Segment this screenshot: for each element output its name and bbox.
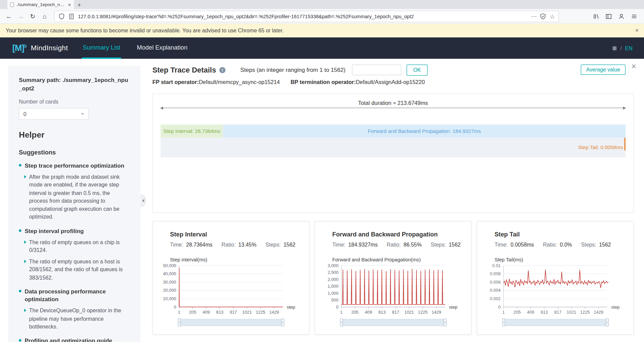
- stat-value: 86.55%: [403, 242, 422, 248]
- bookmark-star-icon[interactable]: ☆: [550, 13, 555, 20]
- step-interval-card: Step Interval Time:28.7364ms Ratio:13.45…: [152, 221, 309, 335]
- y-axis-title: Forward and Backward Propagation(ms): [332, 257, 421, 263]
- toolbar-right-icons: [593, 13, 638, 20]
- fbp-chart[interactable]: 05001,0001,5002,0002,5003,00012054096138…: [320, 263, 466, 317]
- language-switch[interactable]: EN: [625, 45, 633, 51]
- browser-tab[interactable]: ./summary_1epoch_npu_opt2 ×: [7, 0, 74, 9]
- svg-text:step: step: [287, 305, 295, 310]
- card-stats: Time:184.9327ms Ratio:86.55% Steps:1562: [332, 242, 471, 248]
- datazoom-right-handle[interactable]: [606, 319, 609, 326]
- segment-label: Forward and Backward Propagation: 184.93…: [368, 128, 481, 134]
- svg-text:step: step: [449, 305, 457, 310]
- forward-button[interactable]: →: [15, 11, 26, 22]
- section-item: After the praph mode and dataset sink mo…: [29, 173, 130, 221]
- apps-grid-icon[interactable]: ▦: [612, 45, 617, 51]
- url-text[interactable]: 127.0.0.1:8081/#/profiling/step-trace?id…: [78, 13, 528, 19]
- step-tail-card: Step Tail Time:0.0058ms Ratio:0.0% Steps…: [477, 221, 634, 335]
- section-title: Step trace performance optimization: [25, 162, 124, 170]
- datazoom-slider[interactable]: [503, 319, 607, 326]
- svg-text:0.01: 0.01: [492, 263, 501, 268]
- step-tail-chart[interactable]: 00.0020.0040.0060.0080.01120540961381710…: [482, 263, 628, 317]
- page-actions-icon[interactable]: ⋯: [531, 13, 536, 19]
- tab-summary-list[interactable]: Summary List: [82, 37, 121, 59]
- step-interval-segment[interactable]: Step Interval: 28.7364ms: [161, 124, 223, 138]
- stat-value: 1562: [449, 242, 461, 248]
- cards-select-value: 0: [23, 111, 26, 117]
- fbp-segment[interactable]: Forward and Backward Propagation: 184.93…: [223, 124, 625, 138]
- address-bar[interactable]: 127.0.0.1:8081/#/profiling/step-trace?id…: [54, 10, 559, 22]
- svg-text:0: 0: [336, 305, 338, 310]
- sidebars-icon[interactable]: [605, 13, 612, 20]
- tab-model-explanation[interactable]: Model Explanation: [136, 37, 188, 59]
- stat-value: 184.9327ms: [348, 242, 378, 248]
- stat-label: Time:: [170, 242, 183, 248]
- svg-text:0.004: 0.004: [490, 288, 501, 293]
- datazoom-slider[interactable]: [179, 319, 283, 326]
- card-title: Step Interval: [170, 231, 309, 238]
- menu-icon[interactable]: [631, 13, 638, 20]
- stat-label: Steps:: [431, 242, 446, 248]
- tracking-protection-shield-icon[interactable]: [58, 13, 65, 20]
- page-info-icon[interactable]: [68, 13, 75, 20]
- reload-button[interactable]: ↻: [27, 11, 38, 22]
- sidebar-collapse-handle[interactable]: [141, 194, 146, 207]
- sidebar: Summary path: ./summary_1epoch_npu_opt2 …: [8, 66, 140, 342]
- svg-text:409: 409: [203, 310, 210, 315]
- step-tail-row[interactable]: Step Tail: 0.0058ms: [161, 138, 626, 158]
- datazoom-right-handle[interactable]: [443, 319, 447, 326]
- main-content: Step Trace Details i Steps (an integer r…: [152, 64, 634, 335]
- svg-text:613: 613: [216, 310, 223, 315]
- datazoom-right-handle[interactable]: [281, 319, 284, 326]
- step-interval-chart[interactable]: 010,00020,00030,00040,00050,000120540961…: [158, 263, 304, 317]
- app-header: [M]S MindInsight Summary List Model Expl…: [0, 37, 644, 59]
- svg-text:10,000: 10,000: [163, 296, 176, 301]
- datazoom-slider[interactable]: [341, 319, 445, 326]
- permissions-shield-icon[interactable]: [540, 13, 547, 20]
- triangle-bullet-icon: [24, 309, 26, 312]
- stat-label: Steps:: [266, 242, 281, 248]
- datazoom-left-handle[interactable]: [340, 319, 343, 326]
- svg-text:500: 500: [331, 297, 338, 303]
- notice-text: Your browser may cause some functions to…: [6, 28, 284, 34]
- steps-input[interactable]: [352, 64, 401, 75]
- suggestion-section: Profiling and optimization guide How Do …: [19, 337, 130, 342]
- datazoom-range[interactable]: [180, 319, 283, 325]
- ok-button[interactable]: OK: [407, 64, 428, 76]
- triangle-bullet-icon: [24, 175, 26, 178]
- datazoom-left-handle[interactable]: [178, 319, 181, 326]
- stat-label: Time:: [494, 242, 508, 248]
- card-title: Step Tail: [494, 231, 633, 238]
- library-icon[interactable]: [593, 13, 600, 20]
- bullet-icon: [19, 339, 21, 341]
- info-icon[interactable]: i: [219, 67, 225, 73]
- notice-close-icon[interactable]: ×: [635, 27, 639, 33]
- svg-text:2,500: 2,500: [328, 270, 338, 275]
- section-title: Profiling and optimization guide: [25, 337, 112, 342]
- page-favicon-icon: [10, 2, 14, 7]
- suggestions-title: Suggestions: [19, 149, 130, 156]
- home-button[interactable]: ⌂: [39, 11, 50, 22]
- triangle-bullet-icon: [24, 240, 26, 244]
- datazoom-left-handle[interactable]: [502, 319, 505, 326]
- new-tab-button[interactable]: +: [74, 0, 85, 9]
- stat-label: Ratio:: [543, 242, 557, 248]
- cards-select[interactable]: 0: [19, 108, 89, 120]
- back-button[interactable]: ←: [3, 11, 14, 22]
- suggestion-section: Data processing performance optimization…: [19, 288, 130, 331]
- datazoom-range[interactable]: [342, 319, 445, 325]
- svg-text:30,000: 30,000: [163, 280, 176, 285]
- stat-value: 0.0%: [560, 242, 572, 248]
- helper-title: Helper: [19, 130, 130, 140]
- stat-label: Ratio:: [221, 242, 235, 248]
- suggestion-section: Step interval profiling The ratio of emp…: [19, 227, 130, 282]
- datazoom-range[interactable]: [504, 319, 607, 325]
- stat-value: 0.0058ms: [511, 242, 534, 248]
- mindinsight-logo: [M]S: [12, 43, 27, 53]
- tab-close-icon[interactable]: ×: [68, 1, 71, 7]
- account-icon[interactable]: [618, 13, 625, 20]
- step-tail-bar: [624, 138, 626, 150]
- stat-label: Steps:: [581, 242, 596, 248]
- svg-text:1021: 1021: [566, 310, 576, 315]
- average-value-button[interactable]: Average value: [581, 64, 625, 75]
- svg-text:1021: 1021: [404, 310, 414, 315]
